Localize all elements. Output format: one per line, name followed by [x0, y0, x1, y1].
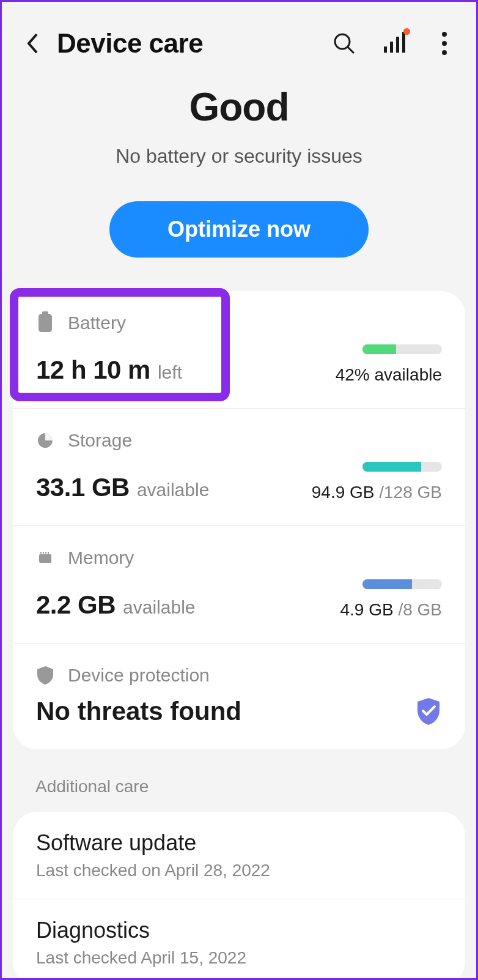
software-update-sub: Last checked on April 28, 2022 [36, 861, 442, 880]
memory-icon [36, 549, 54, 567]
page-title: Device care [57, 28, 331, 59]
back-button[interactable] [20, 31, 45, 56]
battery-bar [362, 344, 442, 354]
storage-item[interactable]: Storage 33.1 GB available 94.9 GB /128 G… [13, 409, 465, 526]
battery-suffix: left [158, 362, 182, 383]
device-stats-card: Battery 12 h 10 m left 42% available Sto… [13, 291, 465, 749]
diagnostics-title: Diagnostics [36, 918, 442, 943]
protection-item[interactable]: Device protection No threats found [13, 644, 465, 749]
memory-bar [362, 579, 442, 589]
storage-used: 94.9 GB [312, 483, 375, 502]
svg-point-0 [335, 34, 350, 49]
svg-rect-2 [384, 46, 387, 53]
status-block: Good No battery or security issues Optim… [2, 72, 476, 291]
storage-label: Storage [68, 430, 132, 451]
software-update-title: Software update [36, 830, 442, 856]
status-title: Good [20, 84, 458, 130]
storage-icon [36, 431, 54, 450]
storage-value: 33.1 GB [36, 473, 130, 502]
memory-total: 8 GB [403, 600, 442, 619]
svg-rect-3 [390, 42, 393, 53]
memory-used: 4.9 GB [340, 600, 393, 619]
svg-rect-8 [43, 552, 44, 554]
svg-rect-10 [48, 552, 49, 554]
memory-value: 2.2 GB [36, 590, 116, 620]
chevron-left-icon [26, 32, 39, 54]
protection-status: No threats found [36, 697, 241, 726]
protection-label: Device protection [68, 665, 210, 686]
svg-rect-5 [402, 32, 405, 53]
memory-suffix: available [123, 597, 195, 618]
notification-dot [403, 28, 410, 35]
diagnostics-sub: Last checked April 15, 2022 [36, 948, 442, 968]
search-icon [333, 32, 356, 55]
battery-icon [36, 314, 54, 332]
signal-bars-icon [383, 32, 406, 55]
software-update-item[interactable]: Software update Last checked on April 28… [13, 812, 465, 899]
optimize-button[interactable]: Optimize now [109, 201, 369, 258]
header: Device care [2, 2, 476, 72]
shield-icon [36, 666, 54, 685]
more-vertical-icon [442, 32, 447, 55]
svg-line-1 [348, 47, 354, 53]
memory-usage-text: 4.9 GB /8 GB [340, 600, 442, 620]
svg-rect-7 [40, 552, 42, 554]
memory-label: Memory [68, 548, 134, 568]
battery-label: Battery [68, 313, 126, 333]
svg-rect-9 [45, 552, 46, 554]
svg-rect-4 [396, 37, 399, 53]
diagnostics-item[interactable]: Diagnostics Last checked April 15, 2022 [13, 899, 465, 980]
battery-item[interactable]: Battery 12 h 10 m left 42% available [13, 291, 465, 409]
status-subtitle: No battery or security issues [20, 145, 458, 168]
signal-button[interactable] [381, 30, 408, 57]
storage-bar [362, 462, 442, 472]
svg-rect-6 [39, 554, 51, 563]
search-button[interactable] [331, 30, 358, 57]
additional-care-label: Additional care [2, 749, 476, 812]
storage-total: 128 GB [384, 483, 442, 502]
memory-item[interactable]: Memory 2.2 GB available 4.9 GB /8 GB [13, 526, 465, 644]
header-actions [331, 30, 458, 57]
battery-time: 12 h 10 m [36, 355, 150, 385]
storage-suffix: available [137, 480, 209, 500]
more-options-button[interactable] [431, 30, 458, 57]
battery-percent-text: 42% available [336, 365, 442, 385]
storage-usage-text: 94.9 GB /128 GB [312, 483, 442, 502]
additional-care-card: Software update Last checked on April 28… [13, 812, 465, 980]
shield-check-icon [415, 697, 442, 726]
